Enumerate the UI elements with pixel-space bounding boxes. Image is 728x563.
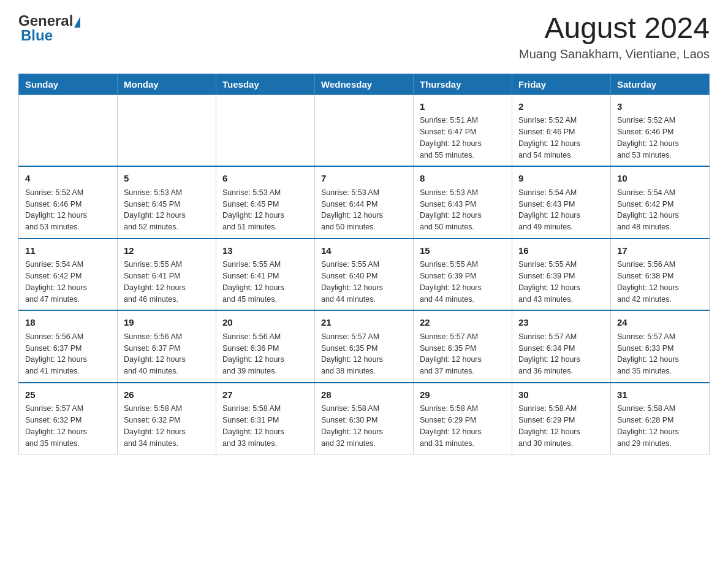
logo-blue-text: Blue [21, 27, 53, 44]
day-number: 1 [420, 100, 506, 114]
day-number: 31 [617, 388, 703, 402]
weekday-header-friday: Friday [512, 74, 611, 94]
day-number: 26 [124, 388, 210, 402]
calendar-week-row: 1Sunrise: 5:51 AMSunset: 6:47 PMDaylight… [19, 94, 710, 166]
calendar-cell: 31Sunrise: 5:58 AMSunset: 6:28 PMDayligh… [611, 383, 710, 454]
day-number: 15 [420, 244, 506, 258]
calendar-cell: 26Sunrise: 5:58 AMSunset: 6:32 PMDayligh… [118, 383, 216, 454]
day-number: 27 [222, 388, 308, 402]
calendar-week-row: 11Sunrise: 5:54 AMSunset: 6:42 PMDayligh… [19, 239, 710, 311]
day-number: 30 [518, 388, 604, 402]
calendar-cell: 2Sunrise: 5:52 AMSunset: 6:46 PMDaylight… [512, 94, 611, 166]
logo: General Blue [18, 12, 80, 44]
day-number: 7 [321, 172, 407, 186]
calendar-cell: 28Sunrise: 5:58 AMSunset: 6:30 PMDayligh… [315, 383, 414, 454]
calendar-cell: 13Sunrise: 5:55 AMSunset: 6:41 PMDayligh… [216, 239, 315, 311]
calendar-cell: 1Sunrise: 5:51 AMSunset: 6:47 PMDaylight… [414, 94, 512, 166]
calendar-cell: 29Sunrise: 5:58 AMSunset: 6:29 PMDayligh… [414, 383, 512, 454]
calendar-cell: 21Sunrise: 5:57 AMSunset: 6:35 PMDayligh… [315, 310, 414, 383]
day-number: 18 [25, 316, 111, 330]
page-subtitle: Muang Sanakham, Vientiane, Laos [519, 47, 710, 61]
calendar-header-row: SundayMondayTuesdayWednesdayThursdayFrid… [19, 74, 710, 94]
logo-triangle-icon [74, 17, 80, 28]
day-number: 9 [518, 172, 604, 186]
day-number: 17 [617, 244, 703, 258]
calendar-cell: 24Sunrise: 5:57 AMSunset: 6:33 PMDayligh… [611, 310, 710, 383]
calendar-cell: 3Sunrise: 5:52 AMSunset: 6:46 PMDaylight… [611, 94, 710, 166]
day-number: 19 [124, 316, 210, 330]
calendar-cell [19, 94, 118, 166]
calendar-cell [315, 94, 414, 166]
calendar-cell: 18Sunrise: 5:56 AMSunset: 6:37 PMDayligh… [19, 310, 118, 383]
calendar-cell: 19Sunrise: 5:56 AMSunset: 6:37 PMDayligh… [118, 310, 216, 383]
calendar-cell: 15Sunrise: 5:55 AMSunset: 6:39 PMDayligh… [414, 239, 512, 311]
header: General Blue August 2024 Muang Sanakham,… [18, 12, 710, 61]
weekday-header-saturday: Saturday [611, 74, 710, 94]
calendar-cell: 27Sunrise: 5:58 AMSunset: 6:31 PMDayligh… [216, 383, 315, 454]
calendar-cell: 14Sunrise: 5:55 AMSunset: 6:40 PMDayligh… [315, 239, 414, 311]
day-number: 12 [124, 244, 210, 258]
calendar-cell [216, 94, 315, 166]
day-number: 23 [518, 316, 604, 330]
calendar-table: SundayMondayTuesdayWednesdayThursdayFrid… [18, 74, 710, 455]
calendar-cell [118, 94, 216, 166]
calendar-cell: 23Sunrise: 5:57 AMSunset: 6:34 PMDayligh… [512, 310, 611, 383]
calendar-week-row: 18Sunrise: 5:56 AMSunset: 6:37 PMDayligh… [19, 310, 710, 383]
page-title: August 2024 [519, 12, 710, 45]
day-number: 11 [25, 244, 111, 258]
weekday-header-tuesday: Tuesday [216, 74, 315, 94]
calendar-cell: 9Sunrise: 5:54 AMSunset: 6:43 PMDaylight… [512, 166, 611, 239]
calendar-cell: 5Sunrise: 5:53 AMSunset: 6:45 PMDaylight… [118, 166, 216, 239]
calendar-cell: 12Sunrise: 5:55 AMSunset: 6:41 PMDayligh… [118, 239, 216, 311]
day-number: 2 [518, 100, 604, 114]
calendar-cell: 16Sunrise: 5:55 AMSunset: 6:39 PMDayligh… [512, 239, 611, 311]
day-number: 14 [321, 244, 407, 258]
day-number: 6 [222, 172, 308, 186]
weekday-header-sunday: Sunday [19, 74, 118, 94]
calendar-cell: 30Sunrise: 5:58 AMSunset: 6:29 PMDayligh… [512, 383, 611, 454]
calendar-cell: 10Sunrise: 5:54 AMSunset: 6:42 PMDayligh… [611, 166, 710, 239]
calendar-cell: 7Sunrise: 5:53 AMSunset: 6:44 PMDaylight… [315, 166, 414, 239]
day-number: 21 [321, 316, 407, 330]
calendar-cell: 25Sunrise: 5:57 AMSunset: 6:32 PMDayligh… [19, 383, 118, 454]
calendar-cell: 4Sunrise: 5:52 AMSunset: 6:46 PMDaylight… [19, 166, 118, 239]
day-number: 8 [420, 172, 506, 186]
weekday-header-wednesday: Wednesday [315, 74, 414, 94]
day-number: 5 [124, 172, 210, 186]
calendar-cell: 22Sunrise: 5:57 AMSunset: 6:35 PMDayligh… [414, 310, 512, 383]
day-number: 3 [617, 100, 703, 114]
calendar-week-row: 4Sunrise: 5:52 AMSunset: 6:46 PMDaylight… [19, 166, 710, 239]
calendar-cell: 17Sunrise: 5:56 AMSunset: 6:38 PMDayligh… [611, 239, 710, 311]
day-number: 24 [617, 316, 703, 330]
day-number: 22 [420, 316, 506, 330]
day-number: 25 [25, 388, 111, 402]
calendar-cell: 20Sunrise: 5:56 AMSunset: 6:36 PMDayligh… [216, 310, 315, 383]
day-number: 28 [321, 388, 407, 402]
calendar-cell: 8Sunrise: 5:53 AMSunset: 6:43 PMDaylight… [414, 166, 512, 239]
calendar-cell: 6Sunrise: 5:53 AMSunset: 6:45 PMDaylight… [216, 166, 315, 239]
weekday-header-thursday: Thursday [414, 74, 512, 94]
day-number: 13 [222, 244, 308, 258]
day-number: 10 [617, 172, 703, 186]
weekday-header-monday: Monday [118, 74, 216, 94]
day-number: 4 [25, 172, 111, 186]
calendar-cell: 11Sunrise: 5:54 AMSunset: 6:42 PMDayligh… [19, 239, 118, 311]
day-number: 16 [518, 244, 604, 258]
calendar-week-row: 25Sunrise: 5:57 AMSunset: 6:32 PMDayligh… [19, 383, 710, 454]
title-section: August 2024 Muang Sanakham, Vientiane, L… [519, 12, 710, 61]
day-number: 29 [420, 388, 506, 402]
day-number: 20 [222, 316, 308, 330]
